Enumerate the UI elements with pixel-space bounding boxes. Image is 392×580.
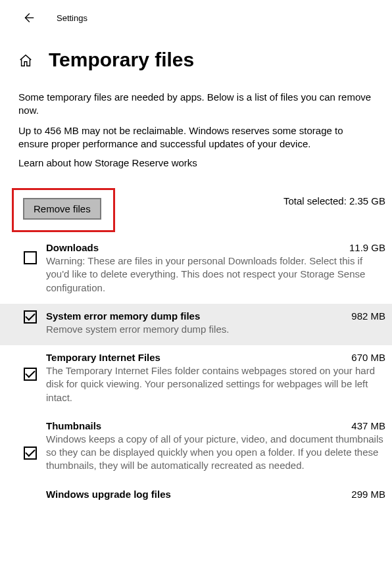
- item-size: 11.9 GB: [343, 242, 385, 253]
- item-size: 982 MB: [345, 310, 385, 322]
- item-desc: The Temporary Internet Files folder cont…: [46, 364, 385, 404]
- item-title: Thumbnails: [46, 420, 101, 431]
- list-item[interactable]: Thumbnails 437 MB Windows keeps a copy o…: [0, 414, 392, 482]
- intro-text-1: Some temporary files are needed by apps.…: [18, 91, 374, 118]
- title-row: Temporary files: [0, 33, 392, 91]
- item-title: Temporary Internet Files: [46, 352, 160, 363]
- item-title: Downloads: [46, 242, 99, 253]
- list-item[interactable]: Windows upgrade log files 299 MB: [0, 482, 392, 501]
- list-item[interactable]: System error memory dump files 982 MB Re…: [0, 304, 392, 345]
- list-item[interactable]: Temporary Internet Files 670 MB The Temp…: [0, 345, 392, 414]
- item-size: 670 MB: [345, 352, 385, 363]
- storage-reserve-link[interactable]: Learn about how Storage Reserve works: [18, 157, 197, 168]
- checkbox[interactable]: [24, 368, 37, 381]
- item-desc: Windows keeps a copy of all of your pict…: [46, 433, 385, 473]
- checkbox[interactable]: [24, 447, 37, 460]
- list-item[interactable]: Downloads 11.9 GB Warning: These are fil…: [0, 235, 392, 304]
- intro-block: Some temporary files are needed by apps.…: [0, 91, 392, 179]
- remove-files-button[interactable]: Remove files: [23, 198, 101, 220]
- intro-text-2: Up to 456 MB may not be reclaimable. Win…: [18, 124, 374, 151]
- checkbox[interactable]: [24, 251, 37, 264]
- item-title: Windows upgrade log files: [46, 489, 171, 500]
- item-size: 437 MB: [345, 420, 385, 431]
- file-category-list: Downloads 11.9 GB Warning: These are fil…: [0, 235, 392, 501]
- back-arrow-icon[interactable]: [18, 8, 38, 28]
- header: Settings: [0, 0, 392, 33]
- item-desc: Warning: These are files in your persona…: [46, 254, 385, 295]
- item-desc: Remove system error memory dump files.: [46, 323, 385, 336]
- page-title: Temporary files: [49, 49, 194, 71]
- total-selected-label: Total selected: 2.35 GB: [283, 195, 385, 206]
- highlight-annotation: Remove files: [12, 188, 115, 232]
- checkbox[interactable]: [24, 310, 37, 324]
- home-icon[interactable]: [18, 51, 33, 70]
- item-title: System error memory dump files: [46, 310, 200, 322]
- header-title: Settings: [57, 13, 87, 23]
- item-size: 299 MB: [345, 489, 385, 500]
